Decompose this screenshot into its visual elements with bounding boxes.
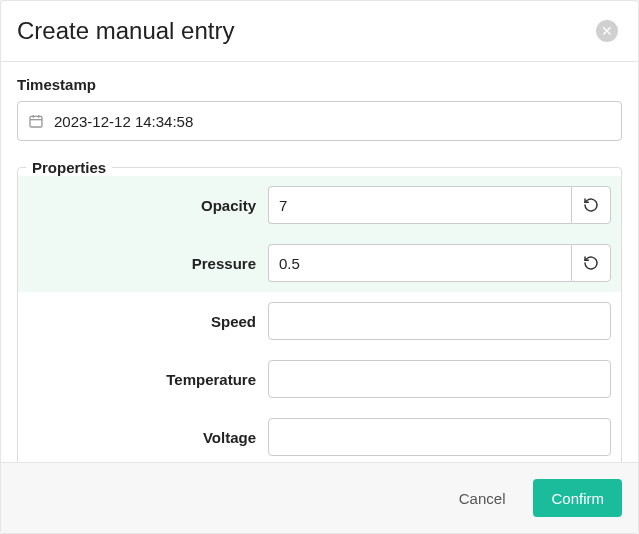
temperature-input[interactable] xyxy=(268,360,611,398)
property-row-opacity: Opacity xyxy=(18,176,621,234)
calendar-icon xyxy=(28,113,44,129)
voltage-input[interactable] xyxy=(268,418,611,456)
speed-label: Speed xyxy=(28,313,268,330)
modal-title: Create manual entry xyxy=(17,17,234,45)
opacity-input[interactable] xyxy=(268,186,571,224)
close-button[interactable]: ✕ xyxy=(596,20,618,42)
pressure-input-group xyxy=(268,244,611,282)
create-manual-entry-modal: Create manual entry ✕ Timestamp Properti… xyxy=(0,0,639,534)
temperature-input-group xyxy=(268,360,611,398)
modal-body: Timestamp Properties Opacity xyxy=(1,61,638,462)
property-row-voltage: Voltage xyxy=(18,408,621,462)
pressure-reset-button[interactable] xyxy=(571,244,611,282)
voltage-label: Voltage xyxy=(28,429,268,446)
modal-footer: Cancel Confirm xyxy=(1,462,638,533)
temperature-label: Temperature xyxy=(28,371,268,388)
opacity-reset-button[interactable] xyxy=(571,186,611,224)
speed-input-group xyxy=(268,302,611,340)
property-row-temperature: Temperature xyxy=(18,350,621,408)
properties-fieldset: Properties Opacity Pressure xyxy=(17,159,622,462)
close-icon: ✕ xyxy=(601,24,613,38)
cancel-button[interactable]: Cancel xyxy=(441,479,524,517)
opacity-label: Opacity xyxy=(28,197,268,214)
pressure-label: Pressure xyxy=(28,255,268,272)
speed-input[interactable] xyxy=(268,302,611,340)
svg-rect-0 xyxy=(30,116,42,127)
confirm-button[interactable]: Confirm xyxy=(533,479,622,517)
modal-header: Create manual entry ✕ xyxy=(1,1,638,61)
pressure-input[interactable] xyxy=(268,244,571,282)
timestamp-input[interactable] xyxy=(54,113,611,130)
undo-icon xyxy=(583,255,599,271)
undo-icon xyxy=(583,197,599,213)
property-row-pressure: Pressure xyxy=(18,234,621,292)
properties-legend: Properties xyxy=(26,159,112,176)
timestamp-label: Timestamp xyxy=(17,76,622,93)
voltage-input-group xyxy=(268,418,611,456)
opacity-input-group xyxy=(268,186,611,224)
timestamp-input-wrap[interactable] xyxy=(17,101,622,141)
timestamp-field: Timestamp xyxy=(17,76,622,141)
property-row-speed: Speed xyxy=(18,292,621,350)
